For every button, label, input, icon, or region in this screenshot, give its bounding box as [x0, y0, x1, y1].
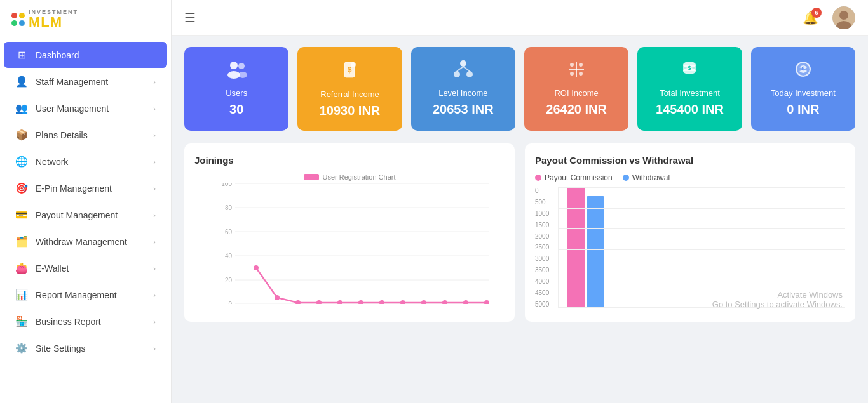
svg-text:40: 40 [225, 253, 233, 260]
watermark-line1: Activate Windows [712, 290, 843, 300]
nav-arrow-report-management: › [153, 291, 156, 299]
today-investment-icon: $ [792, 60, 814, 83]
menu-icon[interactable]: ☰ [184, 10, 196, 25]
watermark-line2: Go to Settings to activate Windows. [712, 300, 843, 309]
bell-badge: 6 [811, 8, 822, 18]
sidebar-item-ewallet[interactable]: 👛 E-Wallet › [4, 255, 167, 281]
sidebar-item-report-management[interactable]: 📊 Report Management › [4, 282, 167, 308]
payout-y-axis: 5000 4500 4000 3500 3000 2500 2000 1500 … [535, 187, 558, 308]
withdrawal-legend-dot [623, 175, 629, 181]
svg-point-6 [238, 72, 247, 78]
nav-icon-staff-management: 👤 [15, 76, 28, 88]
nav-icon-payout-management: 💳 [15, 209, 28, 221]
nav-arrow-payout-management: › [153, 211, 156, 219]
stat-total-value: 145400 INR [656, 102, 724, 117]
payout-legend-dot [535, 175, 541, 181]
nav-label-report-management: Report Management [36, 290, 146, 300]
nav-arrow-epin-management: › [153, 185, 156, 192]
nav-icon-plans-details: 📦 [15, 129, 28, 141]
sidebar-item-staff-management[interactable]: 👤 Staff Management › [4, 69, 167, 95]
svg-point-46 [400, 300, 405, 304]
nav-label-payout-management: Payout Management [36, 210, 146, 220]
svg-text:80: 80 [225, 204, 233, 211]
logo-area: INVESTMENT MLM [0, 0, 171, 36]
svg-point-49 [463, 300, 468, 304]
bar-group-1 [567, 187, 843, 307]
avatar-image [832, 6, 855, 29]
sidebar-item-user-management[interactable]: 👥 User Management › [4, 95, 167, 121]
svg-text:60: 60 [225, 228, 233, 235]
nav-label-epin-management: E-Pin Management [36, 183, 146, 194]
nav-arrow-network: › [153, 158, 156, 166]
nav-icon-dashboard: ⊞ [15, 49, 28, 61]
svg-point-5 [238, 63, 245, 69]
sidebar-item-dashboard[interactable]: ⊞ Dashboard [4, 42, 167, 68]
joinings-chart-box: Joinings User Registration Chart [184, 143, 515, 322]
logo-dot-blue [19, 20, 25, 26]
svg-text:20: 20 [225, 277, 233, 284]
svg-point-10 [460, 60, 466, 67]
stat-level-label: Level Income [438, 88, 487, 99]
stat-roi-value: 26420 INR [546, 102, 607, 117]
sidebar: INVESTMENT MLM ⊞ Dashboard 👤 Staff Manag… [0, 0, 172, 403]
sidebar-item-network[interactable]: 🌐 Network › [4, 149, 167, 175]
nav-label-staff-management: Staff Management [36, 77, 146, 87]
svg-point-12 [466, 71, 473, 77]
roi-icon [566, 60, 587, 83]
nav-label-user-management: User Management [36, 103, 146, 114]
topbar: ☰ 🔔 6 [172, 0, 868, 36]
nav-icon-withdraw-management: 🗂️ [15, 235, 28, 248]
user-avatar[interactable] [832, 6, 855, 29]
total-investment-icon: $ [679, 60, 700, 83]
sidebar-item-payout-management[interactable]: 💳 Payout Management › [4, 202, 167, 228]
nav-arrow-ewallet: › [153, 265, 156, 272]
svg-text:$: $ [348, 65, 352, 74]
bell-button[interactable]: 🔔 6 [803, 10, 818, 25]
stat-referral: $ Referral Income 10930 INR [297, 47, 402, 131]
payout-chart-title: Payout Commission vs Withdrawal [535, 155, 845, 166]
stats-row: Users 30 $ Referral Income 10930 INR [184, 47, 855, 131]
nav-label-site-settings: Site Settings [36, 343, 146, 353]
svg-point-17 [570, 63, 574, 67]
svg-point-42 [316, 300, 322, 304]
svg-point-40 [275, 295, 280, 300]
payout-legend: Payout Commission Withdrawal [535, 173, 845, 182]
stat-roi: ROI Income 26420 INR [524, 47, 628, 131]
svg-point-20 [579, 72, 583, 76]
nav-label-business-report: Business Report [36, 317, 146, 327]
payout-legend-item: Payout Commission [535, 173, 613, 182]
joinings-svg: 100 80 60 40 20 0 [194, 183, 505, 304]
sidebar-item-epin-management[interactable]: 🎯 E-Pin Management › [4, 175, 167, 201]
svg-line-14 [463, 67, 470, 71]
logo-dot-green [11, 20, 17, 26]
nav-icon-epin-management: 🎯 [15, 182, 28, 194]
svg-point-41 [295, 300, 301, 304]
nav-label-plans-details: Plans Details [36, 130, 146, 140]
stat-today-label: Today Investment [771, 88, 836, 99]
joinings-legend: User Registration Chart [194, 173, 505, 181]
svg-text:100: 100 [221, 183, 232, 187]
svg-point-18 [579, 63, 583, 67]
svg-point-19 [570, 72, 574, 76]
svg-point-48 [442, 300, 447, 304]
sidebar-item-withdraw-management[interactable]: 🗂️ Withdraw Management › [4, 228, 167, 254]
svg-point-44 [358, 300, 363, 304]
svg-point-39 [254, 265, 259, 270]
content-area: Users 30 $ Referral Income 10930 INR [172, 36, 868, 403]
svg-point-47 [421, 300, 426, 304]
sidebar-nav: ⊞ Dashboard 👤 Staff Management › 👥 User … [0, 36, 171, 403]
stat-users: Users 30 [184, 47, 288, 131]
nav-arrow-user-management: › [153, 105, 156, 112]
logo-main-text: MLM [29, 15, 78, 29]
nav-label-ewallet: E-Wallet [36, 263, 146, 274]
charts-row: Joinings User Registration Chart [184, 143, 855, 322]
withdrawal-legend-item: Withdrawal [623, 173, 670, 182]
stat-users-label: Users [226, 88, 247, 99]
stat-today-investment: $ Today Investment 0 INR [751, 47, 855, 131]
sidebar-item-site-settings[interactable]: ⚙️ Site Settings › [4, 335, 167, 361]
nav-icon-business-report: 🏪 [15, 315, 28, 327]
sidebar-item-business-report[interactable]: 🏪 Business Report › [4, 308, 167, 334]
stat-level-value: 20653 INR [433, 102, 494, 117]
joinings-chart-title: Joinings [194, 155, 505, 166]
sidebar-item-plans-details[interactable]: 📦 Plans Details › [4, 122, 167, 148]
